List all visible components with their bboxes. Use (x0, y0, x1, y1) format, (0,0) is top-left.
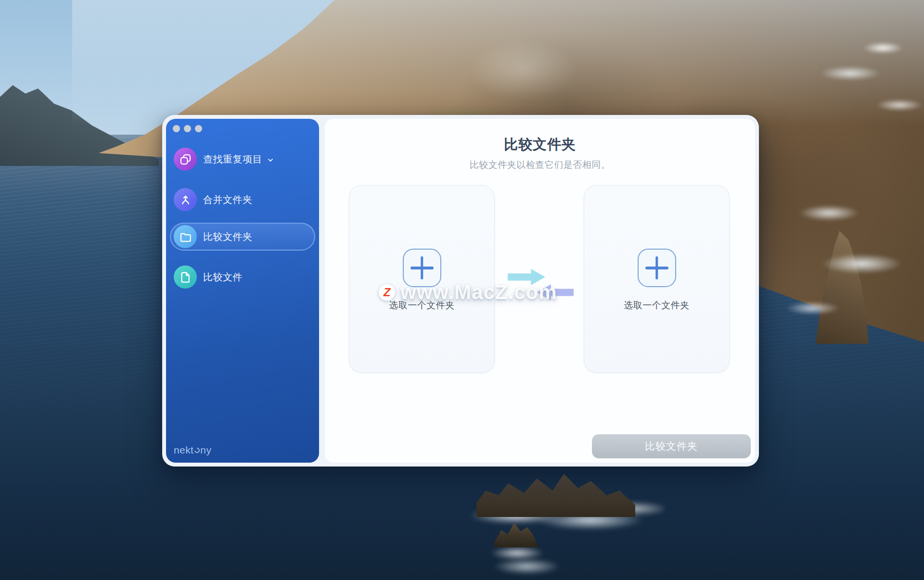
sidebar: 查找重复项目 合并文件夹 比较文件夹 (166, 119, 319, 463)
sidebar-item-label: 查找重复项目 (203, 153, 262, 166)
app-window: 查找重复项目 合并文件夹 比较文件夹 (162, 115, 759, 467)
page-title: 比较文件夹 (325, 135, 755, 154)
right-folder-drop-card[interactable]: 选取一个文件夹 (584, 185, 730, 373)
sidebar-item-compare-folders[interactable]: 比较文件夹 (170, 223, 315, 251)
left-folder-card-label: 选取一个文件夹 (389, 299, 455, 312)
zoom-button[interactable] (195, 125, 202, 132)
sidebar-item-compare-files[interactable]: 比较文件 (170, 263, 315, 291)
nektony-logo-o-icon (193, 446, 201, 454)
page-subtitle: 比较文件夹以检查它们是否相同。 (325, 159, 755, 171)
nektony-logo-text: ny (200, 444, 211, 456)
sidebar-item-merge-folders[interactable]: 合并文件夹 (170, 186, 315, 214)
compare-files-icon (174, 265, 197, 289)
nektony-logo: nektny (174, 444, 211, 456)
right-folder-card-label: 选取一个文件夹 (624, 299, 690, 312)
plus-icon (645, 256, 668, 279)
merge-folders-icon (174, 188, 197, 211)
arrow-right-icon (508, 269, 545, 285)
sidebar-item-find-duplicates[interactable]: 查找重复项目 (170, 145, 315, 173)
compare-folders-button[interactable]: 比较文件夹 (592, 434, 751, 458)
duplicates-icon (174, 148, 197, 171)
compare-folders-icon (174, 225, 197, 248)
minimize-button[interactable] (184, 125, 191, 132)
sidebar-item-label: 合并文件夹 (203, 193, 253, 206)
sidebar-item-label: 比较文件夹 (203, 230, 253, 243)
main-panel: 比较文件夹 比较文件夹以检查它们是否相同。 选取一个文件夹 选取一个文件夹 Z … (325, 119, 755, 463)
plus-icon (411, 256, 434, 279)
left-folder-drop-card[interactable]: 选取一个文件夹 (349, 185, 495, 373)
arrow-left-icon (537, 284, 574, 301)
close-button[interactable] (173, 125, 180, 132)
window-controls (173, 125, 202, 132)
sidebar-item-label: 比较文件 (203, 271, 243, 284)
nektony-logo-text: nekt (174, 444, 193, 456)
chevron-down-icon (267, 156, 274, 164)
wallpaper-surf (760, 29, 924, 346)
select-left-folder-button[interactable] (403, 249, 441, 287)
select-right-folder-button[interactable] (638, 249, 676, 287)
